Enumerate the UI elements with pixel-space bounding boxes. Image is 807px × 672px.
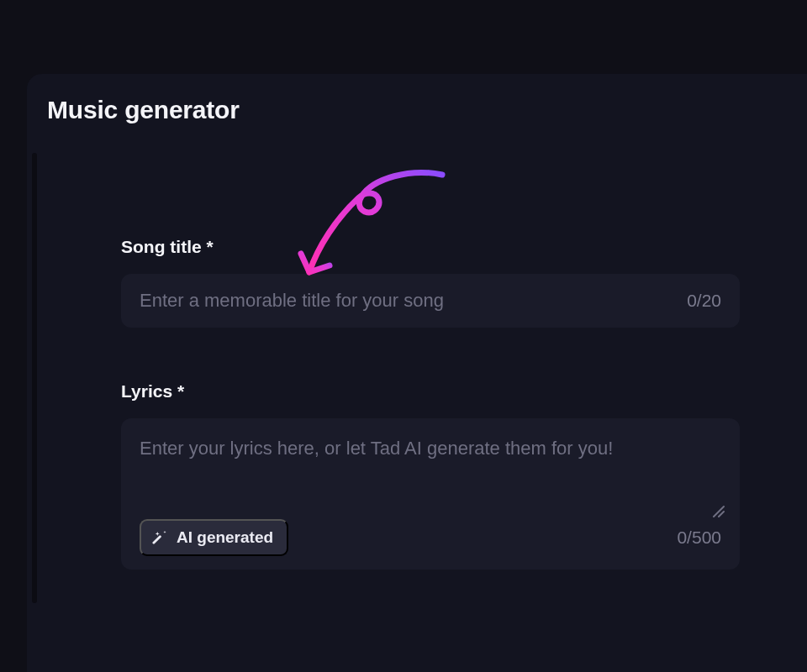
song-title-counter: 0/20: [687, 291, 721, 311]
svg-line-1: [719, 512, 724, 517]
magic-wand-icon: [152, 529, 169, 546]
page-title: Music generator: [47, 96, 787, 124]
lyrics-textarea[interactable]: [140, 435, 721, 504]
ai-generated-label: AI generated: [177, 528, 273, 547]
form-content: Song title * 0/20 Lyrics *: [42, 153, 794, 570]
lyrics-label: Lyrics *: [121, 381, 740, 402]
lyrics-card: AI generated 0/500: [121, 418, 740, 570]
ai-generated-button[interactable]: AI generated: [140, 519, 288, 556]
lyrics-footer: AI generated 0/500: [140, 519, 721, 556]
svg-rect-2: [152, 535, 161, 544]
panel-header: Music generator: [27, 74, 807, 153]
panel-body: Song title * 0/20 Lyrics *: [27, 153, 807, 570]
song-title-input-wrap: 0/20: [121, 274, 740, 328]
left-accent-bar: [32, 153, 37, 603]
resize-grip-icon[interactable]: [711, 504, 725, 521]
song-title-label: Song title *: [121, 237, 740, 257]
song-title-input[interactable]: [140, 274, 677, 328]
svg-line-0: [714, 507, 724, 517]
lyrics-counter: 0/500: [677, 528, 721, 548]
music-generator-panel: Music generator Song title * 0/20 Lyrics…: [27, 74, 807, 672]
